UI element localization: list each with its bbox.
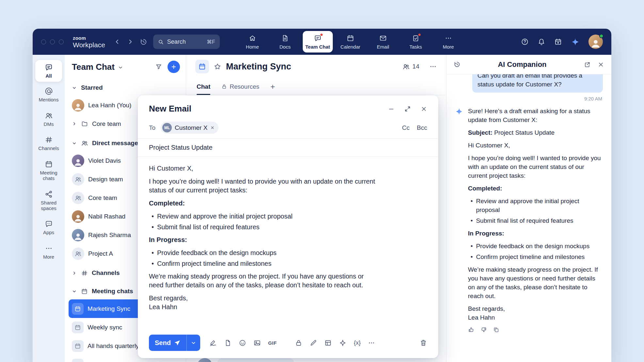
expand-icon[interactable]	[404, 106, 411, 112]
help-button[interactable]	[521, 38, 529, 46]
calendar-icon	[45, 160, 53, 168]
group-avatar	[72, 173, 84, 186]
close-icon[interactable]	[421, 106, 427, 112]
ai-history-icon[interactable]	[454, 61, 460, 68]
folder-icon	[81, 120, 88, 128]
cc-button[interactable]: Cc	[402, 124, 410, 131]
window-minimize-button[interactable]	[50, 39, 55, 44]
thumbs-down-icon[interactable]	[480, 326, 487, 333]
zoom-workplace-window: zoom Workplace Search ⌘F	[33, 29, 611, 362]
nav-home[interactable]: Home	[237, 29, 267, 55]
rail-item-all[interactable]: All	[35, 60, 62, 82]
remove-recipient-icon[interactable]	[210, 126, 215, 130]
avatar	[72, 210, 84, 223]
ai-compose-sparkle-icon[interactable]	[339, 339, 346, 347]
window-close-button[interactable]	[41, 39, 46, 44]
ai-companion-sparkle-button[interactable]	[571, 38, 580, 46]
copy-icon[interactable]	[493, 326, 499, 333]
ai-completed-list: Review and approve the initial project p…	[468, 197, 603, 225]
rail-item-dms[interactable]: DMs	[35, 110, 62, 129]
calendar-icon	[81, 288, 88, 295]
ai-response-signoff: Best regards,Lea Hahn	[468, 304, 603, 322]
template-layout-icon[interactable]	[324, 339, 332, 347]
rail-item-mentions[interactable]: Mentions	[35, 85, 62, 105]
send-button[interactable]: Send	[149, 335, 186, 351]
ai-panel-close-icon[interactable]	[598, 61, 604, 68]
search-placeholder: Search	[167, 38, 186, 45]
tab-chat[interactable]: Chat	[197, 78, 210, 95]
ai-feedback-actions	[468, 326, 603, 333]
thumbs-up-icon[interactable]	[468, 326, 475, 333]
recipient-name: Customer X	[175, 124, 207, 131]
filter-icon[interactable]	[155, 63, 162, 70]
nav-email[interactable]: Email	[368, 29, 398, 55]
minimize-icon[interactable]	[388, 106, 394, 112]
member-count[interactable]: 14	[402, 63, 419, 70]
more-options-icon[interactable]	[368, 339, 375, 347]
emoji-icon[interactable]	[239, 339, 246, 347]
gif-button[interactable]: GIF	[268, 340, 277, 346]
presence-available-dot	[599, 34, 604, 38]
nav-tasks[interactable]: Tasks	[401, 29, 431, 55]
ai-response-subject-line: Subject: Project Status Update	[468, 128, 603, 137]
email-closing: We’re making steady progress on the proj…	[149, 272, 378, 290]
caret-down-icon	[72, 85, 77, 90]
nav-calendar[interactable]: Calendar	[335, 29, 365, 55]
bcc-button[interactable]: Bcc	[417, 124, 427, 131]
meeting-chat-icon	[72, 340, 84, 352]
search-shortcut: ⌘F	[207, 39, 215, 45]
star-favorite-icon[interactable]	[214, 63, 221, 70]
rail-item-meeting-chats[interactable]: Meeting chats	[35, 158, 62, 183]
rail-item-shared-spaces[interactable]: Shared spaces	[35, 188, 62, 213]
email-icon	[379, 34, 387, 42]
forward-button[interactable]	[127, 38, 134, 45]
zoom-workplace-logo: zoom Workplace	[73, 36, 105, 48]
email-body-editor[interactable]: Hi Customer X, I hope you’re doing well!…	[138, 157, 438, 330]
email-completed-list: Review and approve the initial project p…	[149, 212, 427, 232]
chat-more-options-button[interactable]	[429, 63, 437, 70]
add-tab-button[interactable]: +	[270, 82, 275, 91]
tasks-notification-dot	[418, 33, 421, 37]
user-avatar[interactable]	[588, 35, 603, 49]
hash-icon	[81, 270, 88, 277]
recipient-chip[interactable]: ML Customer X	[161, 122, 218, 134]
message-avatar	[197, 358, 212, 362]
search-input[interactable]: Search ⌘F	[153, 35, 220, 49]
people-icon	[45, 112, 53, 120]
notifications-bell-button[interactable]	[538, 38, 545, 46]
meeting-chat-badge-icon	[195, 60, 209, 73]
lock-icon[interactable]	[295, 339, 302, 347]
list-item: Provide feedback on the design mockups	[471, 242, 603, 250]
window-zoom-button[interactable]	[59, 39, 64, 44]
list-item: Confirm project timeline and milestones	[152, 259, 427, 268]
left-rail: All Mentions DMs Channels	[33, 55, 65, 362]
signature-icon[interactable]	[209, 339, 217, 347]
insert-image-icon[interactable]	[253, 339, 261, 347]
send-options-button[interactable]	[186, 335, 200, 351]
new-chat-button[interactable]	[168, 61, 180, 73]
variables-button[interactable]: {x}	[354, 339, 361, 346]
chat-bubble-icon	[45, 63, 53, 71]
schedule-calendar-button[interactable]	[554, 38, 562, 46]
list-item: Confirm project timeline and milestones	[471, 252, 603, 261]
tab-resources[interactable]: Resources	[221, 83, 259, 90]
chevron-down-icon[interactable]	[118, 65, 123, 70]
trash-icon[interactable]	[420, 339, 427, 347]
nav-team-chat[interactable]: Team Chat	[303, 31, 333, 53]
ai-message-timestamp: 9:20 AM	[456, 96, 602, 101]
open-in-new-window-icon[interactable]	[584, 61, 590, 68]
pencil-edit-icon[interactable]	[310, 339, 317, 347]
rail-item-apps[interactable]: Apps	[35, 218, 62, 237]
ai-response-greeting: Hi Customer X,	[468, 141, 603, 150]
subject-input[interactable]: Project Status Update	[138, 139, 438, 157]
to-label: To	[149, 124, 155, 131]
at-mention-icon	[45, 87, 53, 95]
attach-file-icon[interactable]	[224, 339, 232, 347]
section-starred[interactable]: Starred	[69, 80, 183, 96]
back-button[interactable]	[114, 38, 121, 45]
rail-item-channels[interactable]: Channels	[35, 134, 62, 153]
rail-item-more[interactable]: More	[35, 242, 62, 262]
nav-more[interactable]: More	[433, 29, 463, 55]
nav-docs[interactable]: Docs	[270, 29, 300, 55]
history-button[interactable]	[140, 38, 147, 46]
